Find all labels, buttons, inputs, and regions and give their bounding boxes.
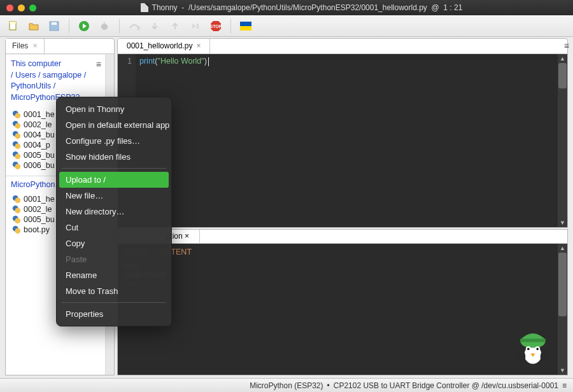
menu-copy[interactable]: Copy [57, 235, 171, 251]
shell-output[interactable]: DITOR_CONTENT boot Hello World >>> ▲ ▼ [118, 244, 567, 375]
port-label[interactable]: CP2102 USB to UART Bridge Controller @ /… [334, 381, 558, 390]
python-file-icon [12, 225, 21, 234]
menu-configure-py[interactable]: Configure .py files… [57, 133, 171, 149]
close-window-icon[interactable] [6, 4, 13, 11]
scroll-down-icon[interactable]: ▼ [560, 220, 565, 226]
shell-line: DITOR_CONTENT [124, 248, 561, 256]
menu-new-file[interactable]: New file… [57, 188, 171, 204]
editor-tab-label: 0001_helloworld.py [127, 41, 192, 50]
toolbar-separator [69, 19, 69, 33]
step-into-button[interactable] [148, 19, 162, 33]
scroll-down-icon[interactable]: ▼ [560, 367, 565, 374]
menu-paste: Paste [57, 251, 171, 267]
svg-point-40 [536, 348, 539, 351]
editor-tabbar: 0001_helloworld.py× [118, 39, 567, 54]
menu-open-in-thonny[interactable]: Open in Thonny [57, 101, 171, 117]
svg-point-23 [15, 153, 20, 159]
menu-separator [62, 168, 166, 169]
shell-panel: Shell ption × DITOR_CONTENT boot Hello W… [117, 229, 568, 375]
python-file-icon [12, 110, 21, 119]
python-file-icon [12, 161, 21, 170]
svg-rect-12 [240, 22, 251, 26]
python-file-icon [12, 195, 21, 204]
menu-new-directory[interactable]: New directory… [57, 204, 171, 220]
shell-prompt: >>> [124, 279, 561, 288]
svg-point-21 [15, 143, 20, 149]
minimize-window-icon[interactable] [18, 4, 25, 11]
svg-point-17 [15, 123, 20, 129]
document-path: /Users/samgalope/PythonUtils/MicroPython… [188, 3, 427, 12]
close-icon[interactable]: × [33, 41, 38, 50]
penguin-logo-icon [510, 323, 556, 368]
svg-point-33 [15, 228, 20, 234]
scrollbar[interactable]: ▲ ▼ [558, 54, 567, 227]
tab-files-label: Files [12, 41, 28, 50]
menu-properties[interactable]: Properties [57, 306, 171, 322]
new-file-button[interactable] [6, 19, 20, 33]
toolbar-separator [230, 19, 231, 33]
hamburger-icon[interactable]: ≡ [562, 381, 567, 390]
svg-text:STOP: STOP [210, 24, 222, 29]
debug-button[interactable] [97, 19, 111, 33]
ukraine-flag-icon[interactable] [239, 19, 253, 33]
menu-move-to-trash[interactable]: Move to Trash [57, 283, 171, 299]
python-file-icon [12, 205, 21, 214]
python-file-icon [12, 130, 21, 139]
svg-point-27 [15, 197, 20, 203]
text-cursor [208, 57, 209, 66]
menu-open-external[interactable]: Open in default external app [57, 117, 171, 133]
close-icon[interactable]: × [196, 41, 201, 50]
menu-separator [62, 302, 166, 303]
shell-line: Hello World [124, 270, 561, 279]
code-editor[interactable]: 1 print("Hello World") ▲ ▼ [118, 54, 567, 227]
save-button[interactable] [47, 19, 61, 33]
cursor-position: 1 : 21 [443, 3, 462, 12]
open-file-button[interactable] [27, 19, 41, 33]
status-bar[interactable]: MicroPython (ESP32) • CP2102 USB to UART… [0, 378, 573, 392]
menu-rename[interactable]: Rename [57, 267, 171, 283]
svg-rect-13 [240, 26, 251, 31]
close-icon[interactable]: × [183, 232, 189, 241]
interpreter-label[interactable]: MicroPython (ESP32) [250, 381, 323, 390]
python-file-icon [12, 215, 21, 224]
hamburger-icon[interactable]: ≡ [96, 59, 101, 71]
document-icon [141, 3, 148, 12]
toolbar: STOP [0, 15, 573, 37]
svg-point-31 [15, 218, 20, 223]
svg-rect-1 [10, 22, 16, 24]
context-menu[interactable]: Open in Thonny Open in default external … [56, 97, 172, 326]
run-button[interactable] [77, 19, 91, 33]
scrollbar-thumb[interactable] [558, 63, 567, 88]
resume-button[interactable] [188, 19, 202, 33]
svg-point-15 [15, 113, 20, 118]
svg-point-29 [15, 207, 20, 213]
window-title: Thonny - /Users/samgalope/PythonUtils/Mi… [36, 3, 567, 12]
zoom-window-icon[interactable] [29, 4, 36, 11]
svg-rect-9 [197, 24, 199, 29]
files-tabbar: Files × [6, 39, 114, 54]
scroll-up-icon[interactable]: ▲ [560, 245, 565, 251]
svg-point-19 [15, 133, 20, 139]
svg-point-42 [541, 350, 549, 364]
step-over-button[interactable] [127, 19, 141, 33]
python-file-icon [12, 120, 21, 129]
window-controls[interactable] [6, 4, 36, 11]
scrollbar-thumb[interactable] [558, 253, 567, 316]
scrollbar[interactable]: ▲ ▼ [558, 244, 567, 375]
tab-files[interactable]: Files × [6, 39, 45, 53]
scroll-up-icon[interactable]: ▲ [560, 55, 565, 62]
menu-show-hidden[interactable]: Show hidden files [57, 149, 171, 165]
svg-rect-36 [520, 339, 546, 342]
svg-point-25 [15, 164, 20, 169]
shell-tabbar: Shell ption × [118, 230, 567, 244]
stop-button[interactable]: STOP [209, 19, 223, 33]
svg-rect-3 [52, 22, 57, 25]
window-titlebar: Thonny - /Users/samgalope/PythonUtils/Mi… [0, 0, 573, 15]
breadcrumb-root[interactable]: This computer [11, 59, 61, 68]
menu-cut[interactable]: Cut [57, 220, 171, 235]
editor-panel: 0001_helloworld.py× 1 print("Hello World… [117, 38, 568, 228]
svg-point-41 [518, 350, 526, 364]
editor-tab[interactable]: 0001_helloworld.py× [118, 39, 210, 53]
menu-upload-to[interactable]: Upload to / [59, 172, 169, 188]
step-out-button[interactable] [168, 19, 182, 33]
